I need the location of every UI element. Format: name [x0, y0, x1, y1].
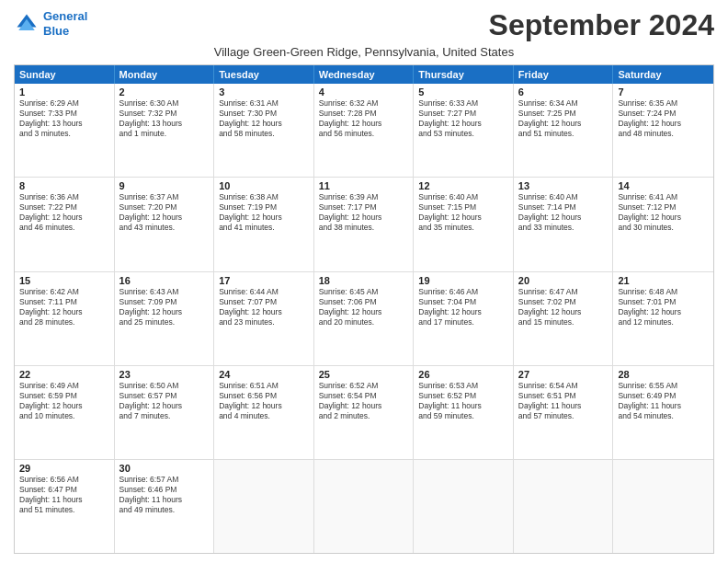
calendar-week-1: 1Sunrise: 6:29 AM Sunset: 7:33 PM Daylig… [15, 84, 713, 178]
day-number: 3 [219, 86, 309, 98]
cell-info: Sunrise: 6:50 AM Sunset: 6:57 PM Dayligh… [119, 381, 210, 421]
calendar-cell-w3-d2: 16Sunrise: 6:43 AM Sunset: 7:09 PM Dayli… [115, 272, 215, 365]
calendar-cell-w4-d2: 23Sunrise: 6:50 AM Sunset: 6:57 PM Dayli… [115, 366, 215, 459]
cell-info: Sunrise: 6:44 AM Sunset: 7:07 PM Dayligh… [219, 287, 309, 327]
day-number: 25 [319, 369, 409, 380]
cell-info: Sunrise: 6:56 AM Sunset: 6:47 PM Dayligh… [19, 475, 109, 515]
day-number: 1 [19, 86, 109, 98]
calendar-cell-w4-d5: 26Sunrise: 6:53 AM Sunset: 6:52 PM Dayli… [414, 366, 514, 459]
day-number: 7 [618, 86, 709, 98]
calendar-body: 1Sunrise: 6:29 AM Sunset: 7:33 PM Daylig… [15, 84, 713, 553]
cell-info: Sunrise: 6:30 AM Sunset: 7:32 PM Dayligh… [119, 98, 210, 139]
calendar-week-2: 8Sunrise: 6:36 AM Sunset: 7:22 PM Daylig… [15, 178, 713, 271]
header-wednesday: Wednesday [314, 65, 415, 84]
day-number: 15 [19, 275, 109, 286]
calendar-cell-w2-d1: 8Sunrise: 6:36 AM Sunset: 7:22 PM Daylig… [15, 178, 115, 270]
calendar-cell-w2-d7: 14Sunrise: 6:41 AM Sunset: 7:12 PM Dayli… [613, 178, 713, 270]
logo-icon [14, 11, 40, 37]
cell-info: Sunrise: 6:33 AM Sunset: 7:27 PM Dayligh… [418, 98, 508, 139]
day-number: 17 [219, 275, 309, 286]
calendar-cell-w5-d3 [214, 460, 314, 553]
cell-info: Sunrise: 6:43 AM Sunset: 7:09 PM Dayligh… [119, 287, 210, 327]
calendar-cell-w1-d5: 5Sunrise: 6:33 AM Sunset: 7:27 PM Daylig… [414, 84, 514, 177]
cell-info: Sunrise: 6:34 AM Sunset: 7:25 PM Dayligh… [518, 98, 609, 139]
cell-info: Sunrise: 6:29 AM Sunset: 7:33 PM Dayligh… [19, 98, 109, 139]
calendar-cell-w1-d4: 4Sunrise: 6:32 AM Sunset: 7:28 PM Daylig… [314, 84, 415, 177]
cell-info: Sunrise: 6:47 AM Sunset: 7:02 PM Dayligh… [518, 287, 609, 327]
day-number: 16 [119, 275, 210, 286]
cell-info: Sunrise: 6:49 AM Sunset: 6:59 PM Dayligh… [19, 381, 109, 421]
calendar-week-3: 15Sunrise: 6:42 AM Sunset: 7:11 PM Dayli… [15, 272, 713, 366]
calendar-cell-w2-d3: 10Sunrise: 6:38 AM Sunset: 7:19 PM Dayli… [214, 178, 314, 270]
calendar-cell-w1-d7: 7Sunrise: 6:35 AM Sunset: 7:24 PM Daylig… [613, 84, 713, 177]
day-number: 20 [518, 275, 609, 286]
calendar-cell-w1-d2: 2Sunrise: 6:30 AM Sunset: 7:32 PM Daylig… [115, 84, 215, 177]
calendar-cell-w5-d1: 29Sunrise: 6:56 AM Sunset: 6:47 PM Dayli… [15, 460, 115, 553]
calendar-cell-w5-d2: 30Sunrise: 6:57 AM Sunset: 6:46 PM Dayli… [115, 460, 215, 553]
header: General Blue September 2024 [14, 9, 714, 41]
day-number: 5 [418, 86, 508, 98]
calendar-cell-w3-d5: 19Sunrise: 6:46 AM Sunset: 7:04 PM Dayli… [414, 272, 514, 365]
page: General Blue September 2024 Village Gree… [0, 0, 728, 563]
calendar-cell-w2-d6: 13Sunrise: 6:40 AM Sunset: 7:14 PM Dayli… [514, 178, 614, 270]
calendar-cell-w3-d6: 20Sunrise: 6:47 AM Sunset: 7:02 PM Dayli… [514, 272, 614, 365]
cell-info: Sunrise: 6:40 AM Sunset: 7:14 PM Dayligh… [518, 192, 609, 233]
day-number: 6 [518, 86, 609, 98]
cell-info: Sunrise: 6:36 AM Sunset: 7:22 PM Dayligh… [19, 192, 109, 233]
cell-info: Sunrise: 6:40 AM Sunset: 7:15 PM Dayligh… [418, 192, 508, 233]
day-number: 23 [119, 369, 210, 380]
day-number: 30 [119, 463, 210, 474]
day-number: 13 [518, 180, 609, 191]
calendar-cell-w1-d3: 3Sunrise: 6:31 AM Sunset: 7:30 PM Daylig… [214, 84, 314, 177]
header-sunday: Sunday [15, 65, 115, 84]
calendar-cell-w5-d5 [414, 460, 514, 553]
day-number: 28 [618, 369, 709, 380]
calendar-week-4: 22Sunrise: 6:49 AM Sunset: 6:59 PM Dayli… [15, 366, 713, 460]
calendar-cell-w5-d6 [514, 460, 614, 553]
day-number: 12 [418, 180, 508, 191]
calendar-week-5: 29Sunrise: 6:56 AM Sunset: 6:47 PM Dayli… [15, 460, 713, 553]
title-block: September 2024 [489, 9, 714, 41]
cell-info: Sunrise: 6:37 AM Sunset: 7:20 PM Dayligh… [119, 192, 210, 233]
cell-info: Sunrise: 6:55 AM Sunset: 6:49 PM Dayligh… [618, 381, 709, 421]
calendar-cell-w3-d3: 17Sunrise: 6:44 AM Sunset: 7:07 PM Dayli… [214, 272, 314, 365]
cell-info: Sunrise: 6:48 AM Sunset: 7:01 PM Dayligh… [618, 287, 709, 327]
calendar-cell-w3-d1: 15Sunrise: 6:42 AM Sunset: 7:11 PM Dayli… [15, 272, 115, 365]
cell-info: Sunrise: 6:31 AM Sunset: 7:30 PM Dayligh… [219, 98, 309, 139]
day-number: 4 [319, 86, 409, 98]
logo-text: General Blue [43, 9, 87, 38]
header-tuesday: Tuesday [214, 65, 314, 84]
cell-info: Sunrise: 6:52 AM Sunset: 6:54 PM Dayligh… [319, 381, 409, 421]
header-friday: Friday [514, 65, 614, 84]
cell-info: Sunrise: 6:57 AM Sunset: 6:46 PM Dayligh… [119, 475, 210, 515]
subtitle: Village Green-Green Ridge, Pennsylvania,… [14, 45, 714, 59]
cell-info: Sunrise: 6:45 AM Sunset: 7:06 PM Dayligh… [319, 287, 409, 327]
day-number: 9 [119, 180, 210, 191]
header-saturday: Saturday [613, 65, 713, 84]
calendar-cell-w2-d5: 12Sunrise: 6:40 AM Sunset: 7:15 PM Dayli… [414, 178, 514, 270]
logo: General Blue [14, 9, 87, 38]
day-number: 21 [618, 275, 709, 286]
cell-info: Sunrise: 6:53 AM Sunset: 6:52 PM Dayligh… [418, 381, 508, 421]
day-number: 11 [319, 180, 409, 191]
month-title: September 2024 [489, 9, 714, 41]
calendar: Sunday Monday Tuesday Wednesday Thursday… [14, 64, 714, 554]
cell-info: Sunrise: 6:32 AM Sunset: 7:28 PM Dayligh… [319, 98, 409, 139]
calendar-cell-w4-d7: 28Sunrise: 6:55 AM Sunset: 6:49 PM Dayli… [613, 366, 713, 459]
cell-info: Sunrise: 6:35 AM Sunset: 7:24 PM Dayligh… [618, 98, 709, 139]
cell-info: Sunrise: 6:46 AM Sunset: 7:04 PM Dayligh… [418, 287, 508, 327]
cell-info: Sunrise: 6:38 AM Sunset: 7:19 PM Dayligh… [219, 192, 309, 233]
calendar-cell-w2-d2: 9Sunrise: 6:37 AM Sunset: 7:20 PM Daylig… [115, 178, 215, 270]
calendar-cell-w1-d1: 1Sunrise: 6:29 AM Sunset: 7:33 PM Daylig… [15, 84, 115, 177]
cell-info: Sunrise: 6:41 AM Sunset: 7:12 PM Dayligh… [618, 192, 709, 233]
calendar-header-row: Sunday Monday Tuesday Wednesday Thursday… [15, 65, 713, 84]
calendar-cell-w4-d6: 27Sunrise: 6:54 AM Sunset: 6:51 PM Dayli… [514, 366, 614, 459]
calendar-cell-w2-d4: 11Sunrise: 6:39 AM Sunset: 7:17 PM Dayli… [314, 178, 415, 270]
calendar-cell-w4-d4: 25Sunrise: 6:52 AM Sunset: 6:54 PM Dayli… [314, 366, 415, 459]
calendar-cell-w4-d1: 22Sunrise: 6:49 AM Sunset: 6:59 PM Dayli… [15, 366, 115, 459]
cell-info: Sunrise: 6:39 AM Sunset: 7:17 PM Dayligh… [319, 192, 409, 233]
header-monday: Monday [115, 65, 215, 84]
calendar-cell-w1-d6: 6Sunrise: 6:34 AM Sunset: 7:25 PM Daylig… [514, 84, 614, 177]
calendar-cell-w5-d4 [314, 460, 415, 553]
day-number: 29 [19, 463, 109, 474]
